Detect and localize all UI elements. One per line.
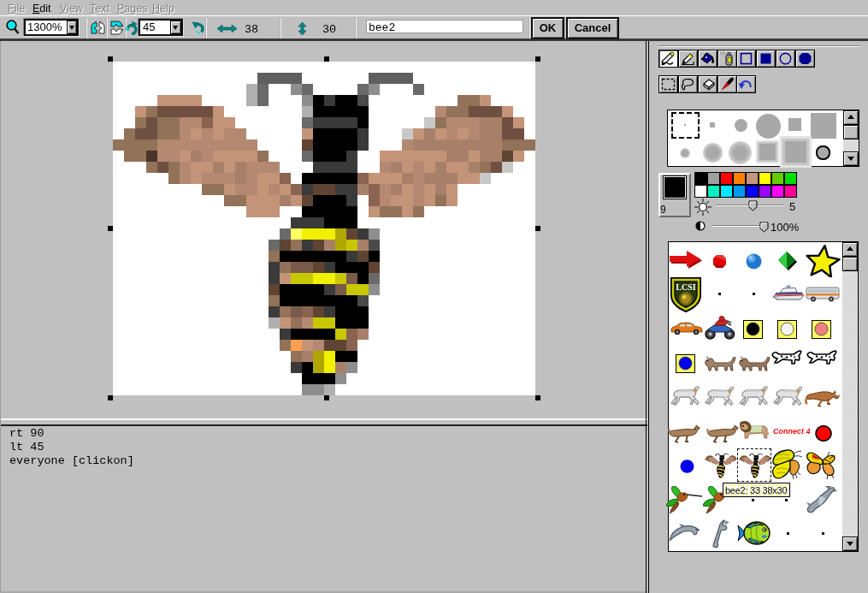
svg-text:LCSI: LCSI [676,282,695,292]
